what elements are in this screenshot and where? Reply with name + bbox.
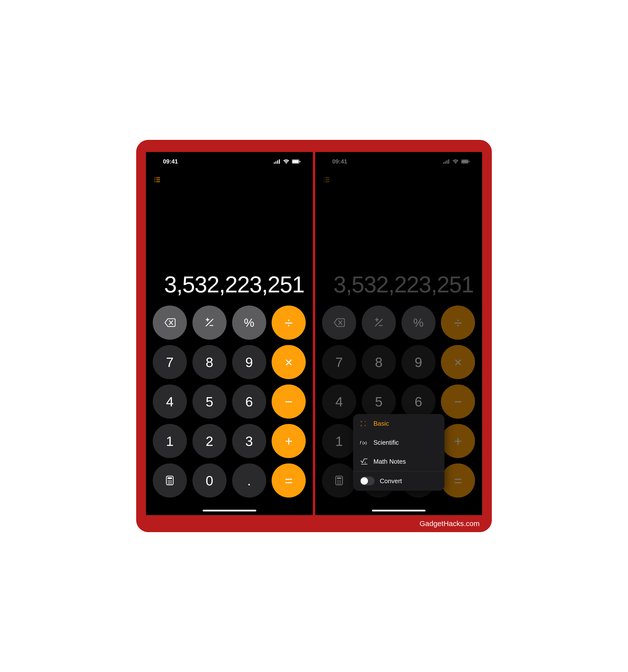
percent-button[interactable]: %: [232, 306, 266, 340]
eight-label: 8: [206, 354, 213, 370]
svg-point-21: [168, 483, 169, 484]
nine-button[interactable]: 9: [232, 345, 266, 379]
backspace-icon: [164, 316, 176, 329]
menu-convert[interactable]: Convert: [353, 471, 444, 491]
phone-right: 09:41 3,532,223,251 % ÷ 7 8 9 × 4: [315, 152, 482, 515]
seven-button[interactable]: 7: [322, 345, 356, 379]
svg-rect-29: [462, 160, 468, 163]
eight-button[interactable]: 8: [362, 345, 396, 379]
two-button[interactable]: 2: [192, 424, 226, 458]
six-label: 6: [415, 394, 422, 410]
plus-minus-icon: [203, 316, 216, 329]
menu-math-notes[interactable]: x Math Notes: [353, 452, 444, 471]
multiply-label: ×: [285, 354, 293, 370]
menu-basic[interactable]: +−×÷ Basic: [353, 414, 444, 433]
five-button[interactable]: 5: [192, 384, 226, 418]
multiply-button[interactable]: ×: [272, 345, 306, 379]
svg-rect-6: [299, 161, 300, 162]
svg-rect-10: [156, 179, 160, 180]
backspace-button[interactable]: [322, 306, 356, 340]
divide-label: ÷: [454, 314, 462, 331]
calculator-icon: [333, 474, 345, 487]
status-icons: [274, 159, 300, 164]
nine-button[interactable]: 9: [402, 345, 436, 379]
svg-point-31: [324, 177, 325, 178]
svg-text:+: +: [360, 420, 362, 424]
svg-point-33: [324, 179, 325, 180]
mode-button[interactable]: [322, 463, 356, 498]
seven-button[interactable]: 7: [153, 345, 187, 379]
zero-label: 0: [206, 473, 213, 488]
decimal-label: .: [247, 473, 251, 488]
equals-label: =: [454, 473, 462, 488]
svg-rect-14: [168, 477, 172, 479]
svg-text:−: −: [364, 420, 366, 424]
equals-label: =: [285, 473, 293, 488]
eight-button[interactable]: 8: [192, 345, 226, 379]
mode-button[interactable]: [153, 463, 187, 498]
home-indicator[interactable]: [372, 510, 426, 511]
plus-minus-button[interactable]: [362, 306, 396, 340]
menu-math-notes-label: Math Notes: [373, 458, 406, 465]
svg-rect-30: [469, 161, 470, 162]
percent-label: %: [244, 316, 254, 330]
plus-label: +: [285, 433, 293, 449]
status-bar: 09:41: [146, 152, 313, 169]
svg-rect-32: [325, 177, 329, 178]
plus-button[interactable]: +: [272, 424, 306, 458]
svg-text:÷: ÷: [364, 424, 366, 427]
equals-button[interactable]: =: [441, 463, 475, 498]
backspace-button[interactable]: [153, 306, 187, 340]
four-button[interactable]: 4: [322, 384, 356, 418]
menu-scientific[interactable]: f(x) Scientific: [353, 433, 444, 452]
five-label: 5: [375, 394, 383, 410]
plus-minus-button[interactable]: [192, 306, 226, 340]
minus-button[interactable]: −: [272, 384, 306, 418]
minus-button[interactable]: −: [441, 384, 475, 418]
percent-button[interactable]: %: [402, 306, 436, 340]
battery-icon: [461, 159, 470, 164]
six-button[interactable]: 6: [402, 384, 436, 418]
scientific-icon: f(x): [360, 438, 368, 447]
nine-label: 9: [415, 354, 422, 370]
convert-toggle[interactable]: [360, 477, 375, 485]
svg-point-44: [340, 482, 341, 483]
svg-point-23: [171, 483, 172, 484]
svg-rect-38: [337, 477, 341, 479]
one-button[interactable]: 1: [153, 424, 187, 458]
battery-icon: [292, 159, 300, 164]
decimal-button[interactable]: .: [232, 463, 266, 498]
status-bar: 09:41: [315, 152, 482, 169]
wifi-icon: [283, 159, 289, 164]
signal-icon: [443, 159, 450, 164]
svg-point-20: [171, 482, 172, 483]
divide-button[interactable]: ÷: [441, 306, 475, 340]
six-button[interactable]: 6: [232, 384, 266, 418]
svg-rect-25: [445, 161, 446, 164]
home-indicator[interactable]: [203, 510, 256, 511]
six-label: 6: [245, 394, 253, 410]
three-button[interactable]: 3: [232, 424, 266, 458]
svg-rect-36: [325, 182, 329, 182]
svg-rect-27: [448, 159, 449, 164]
svg-point-16: [169, 480, 170, 481]
zero-button[interactable]: 0: [192, 463, 226, 498]
phone-left: 09:41 3,532,223,251 % ÷ 7: [146, 152, 313, 515]
svg-point-45: [337, 483, 338, 484]
equals-button[interactable]: =: [272, 463, 306, 498]
svg-text:×: ×: [360, 424, 362, 427]
multiply-button[interactable]: ×: [441, 345, 475, 379]
five-button[interactable]: 5: [362, 384, 396, 418]
one-button[interactable]: 1: [322, 424, 356, 458]
svg-text:f: f: [360, 440, 362, 445]
history-icon[interactable]: [154, 176, 161, 183]
svg-rect-34: [325, 179, 329, 180]
svg-point-7: [154, 177, 155, 178]
history-icon[interactable]: [323, 176, 330, 183]
four-label: 4: [335, 394, 343, 410]
svg-point-43: [339, 482, 340, 483]
menu-scientific-label: Scientific: [373, 439, 399, 447]
divide-button[interactable]: ÷: [272, 306, 306, 340]
four-button[interactable]: 4: [153, 384, 187, 418]
plus-button[interactable]: +: [441, 424, 475, 458]
